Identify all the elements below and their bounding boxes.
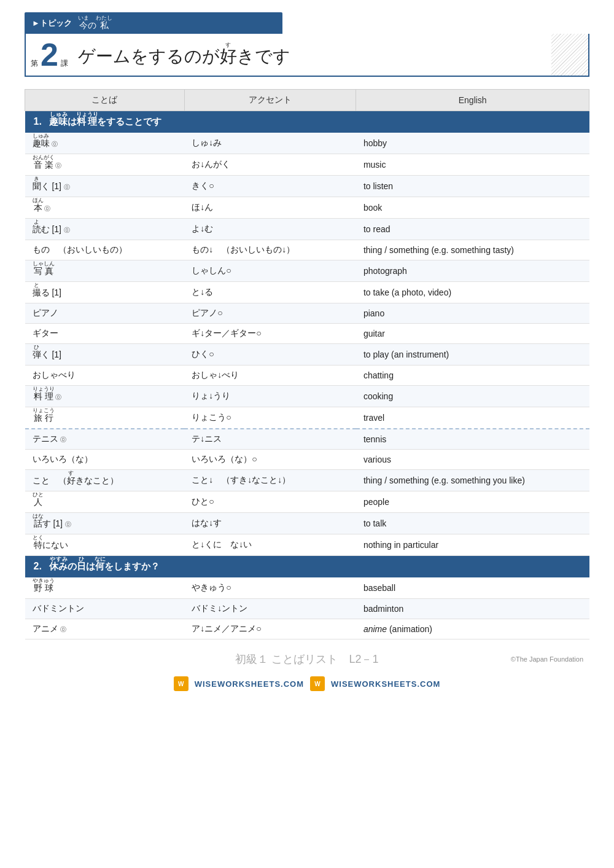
accent-cell: こと↓ （すき↓なこと↓） bbox=[184, 470, 356, 491]
kotoba-cell: こと （好すきなこと） bbox=[25, 470, 185, 491]
yasumi-ruby: 休みやすみ bbox=[49, 561, 68, 571]
kotoba-cell: 撮とる [1] bbox=[25, 282, 185, 303]
english-cell: thing / something (e.g. something you li… bbox=[356, 470, 589, 491]
lesson-number: 2 bbox=[41, 39, 58, 71]
table-row: 弾ひく [1] ひく○ to play (an instrument) bbox=[25, 344, 589, 366]
kotoba-cell: ピアノ bbox=[25, 303, 185, 324]
accent-cell: ピアノ○ bbox=[184, 303, 356, 324]
kotoba-cell: もの （おいしいもの） bbox=[25, 240, 185, 260]
accent-cell: やきゅう○ bbox=[184, 577, 356, 599]
table-row: もの （おいしいもの） もの↓ （おいしいもの↓） thing / someth… bbox=[25, 240, 589, 260]
accent-cell: ひく○ bbox=[184, 344, 356, 366]
table-row: 特とくにない と↓くに な↓い nothing in particular bbox=[25, 534, 589, 556]
section-1-header: 1. 趣味しゅみは料理りょうりをすることです bbox=[25, 111, 589, 133]
footer: 初級１ ことばリスト L2－1 ©The Japan Foundation bbox=[25, 652, 589, 667]
accent-cell: お↓んがく bbox=[184, 154, 356, 176]
english-cell: people bbox=[356, 491, 589, 513]
kotoba-cell: 野球やきゅう bbox=[25, 577, 185, 599]
shumi-ruby: 趣味しゅみ bbox=[49, 116, 68, 127]
accent-cell: ほ↓ん bbox=[184, 197, 356, 219]
english-cell: hobby bbox=[356, 133, 589, 154]
english-cell: photograph bbox=[356, 260, 589, 282]
watermark-bar: W WISEWORKSHEETS.COM W WISEWORKSHEETS.CO… bbox=[25, 676, 589, 691]
table-row: テニス ⓪ テ↓ニス tennis bbox=[25, 429, 589, 450]
kotoba-cell: テニス ⓪ bbox=[25, 429, 185, 450]
lesson-title: ゲームをするのが好すきです bbox=[78, 42, 290, 68]
kotoba-cell: おしゃべり bbox=[25, 366, 185, 386]
table-header-row: ことば アクセント English bbox=[25, 90, 589, 111]
english-cell: badminton bbox=[356, 599, 589, 619]
english-cell: music bbox=[356, 154, 589, 176]
section-1-num: 1. bbox=[34, 116, 42, 127]
diagonal-decoration bbox=[551, 34, 588, 76]
kotoba-cell: 趣味しゅみ ⓪ bbox=[25, 133, 185, 154]
table-row: 料理りょうり ⓪ りょ↓うり cooking bbox=[25, 386, 589, 407]
section-1-title: 1. 趣味しゅみは料理りょうりをすることです bbox=[25, 111, 589, 133]
lesson-number-block: 第 2 課 bbox=[31, 39, 68, 71]
english-cell: to play (an instrument) bbox=[356, 344, 589, 366]
table-row: 読よむ [1] ⓪ よ↓む to read bbox=[25, 219, 589, 240]
english-cell: nothing in particular bbox=[356, 534, 589, 556]
english-cell: various bbox=[356, 450, 589, 470]
table-row: 旅行りょこう りょこう○ travel bbox=[25, 407, 589, 429]
lesson-title-bar: 第 2 課 ゲームをするのが好すきです bbox=[25, 34, 589, 77]
english-cell: piano bbox=[356, 303, 589, 324]
english-cell: cooking bbox=[356, 386, 589, 407]
table-row: 話はなす [1] ⓪ はな↓す to talk bbox=[25, 513, 589, 534]
english-cell: to talk bbox=[356, 513, 589, 534]
english-cell: to listen bbox=[356, 176, 589, 197]
footer-title: 初級１ ことばリスト L2－1 bbox=[215, 652, 399, 667]
kotoba-cell: 話はなす [1] ⓪ bbox=[25, 513, 185, 534]
table-row: 音楽おんがく ⓪ お↓んがく music bbox=[25, 154, 589, 176]
kotoba-cell: 写真しゃしん bbox=[25, 260, 185, 282]
nani-ruby: 何なに bbox=[95, 561, 104, 571]
topic-ruby: 今いま bbox=[78, 20, 88, 30]
table-row: いろいろ（な） いろいろ（な）○ various bbox=[25, 450, 589, 470]
kotoba-cell: 弾ひく [1] bbox=[25, 344, 185, 366]
english-cell: tennis bbox=[356, 429, 589, 450]
col-header-kotoba: ことば bbox=[25, 90, 185, 111]
accent-cell: いろいろ（な）○ bbox=[184, 450, 356, 470]
accent-cell: ギ↓ター／ギター○ bbox=[184, 324, 356, 344]
footer-copyright: ©The Japan Foundation bbox=[399, 655, 583, 663]
section-2-title: 2. 休みやすみの日ひは何なにをしますか？ bbox=[25, 556, 589, 578]
accent-cell: りょ↓うり bbox=[184, 386, 356, 407]
ka-label: 課 bbox=[61, 58, 68, 69]
watermark-logo-2: W bbox=[310, 676, 325, 691]
english-cell: guitar bbox=[356, 324, 589, 344]
ryouri-ruby: 料理りょうり bbox=[77, 116, 97, 127]
watermark-logo-1: W bbox=[174, 676, 188, 691]
kotoba-cell: バドミントン bbox=[25, 599, 185, 619]
vocabulary-table: ことば アクセント English 1. 趣味しゅみは料理りょうりをすることです… bbox=[25, 89, 589, 639]
table-row: 聞きく [1] ⓪ きく○ to listen bbox=[25, 176, 589, 197]
accent-cell: おしゃ↓べり bbox=[184, 366, 356, 386]
accent-cell: きく○ bbox=[184, 176, 356, 197]
topic-ruby2: 私わたし bbox=[99, 20, 113, 30]
kotoba-cell: ギター bbox=[25, 324, 185, 344]
col-header-accent: アクセント bbox=[184, 90, 356, 111]
english-cell: travel bbox=[356, 407, 589, 429]
watermark-text-1: WISEWORKSHEETS.COM bbox=[195, 679, 304, 689]
section-2-num: 2. bbox=[34, 561, 42, 571]
table-row: 撮とる [1] と↓る to take (a photo, video) bbox=[25, 282, 589, 303]
accent-cell: ひと○ bbox=[184, 491, 356, 513]
accent-cell: バドミ↓ントン bbox=[184, 599, 356, 619]
accent-cell: もの↓ （おいしいもの↓） bbox=[184, 240, 356, 260]
accent-cell: ア↓ニメ／アニメ○ bbox=[184, 619, 356, 639]
topic-text: 今いま の 私わたし bbox=[78, 15, 117, 31]
kotoba-cell: アニメ ⓪ bbox=[25, 619, 185, 639]
section-2-header: 2. 休みやすみの日ひは何なにをしますか？ bbox=[25, 556, 589, 578]
english-cell: to read bbox=[356, 219, 589, 240]
kotoba-cell: いろいろ（な） bbox=[25, 450, 185, 470]
accent-cell: と↓る bbox=[184, 282, 356, 303]
table-row: ギター ギ↓ター／ギター○ guitar bbox=[25, 324, 589, 344]
accent-cell: はな↓す bbox=[184, 513, 356, 534]
table-row: おしゃべり おしゃ↓べり chatting bbox=[25, 366, 589, 386]
table-row: 趣味しゅみ ⓪ しゅ↓み hobby bbox=[25, 133, 589, 154]
hi-ruby: 日ひ bbox=[77, 561, 86, 571]
topic-marker-label: ►トピック bbox=[32, 18, 72, 29]
english-cell: anime (animation) bbox=[356, 619, 589, 639]
table-row: 野球やきゅう やきゅう○ baseball bbox=[25, 577, 589, 599]
col-header-english: English bbox=[356, 90, 589, 111]
accent-cell: しゅ↓み bbox=[184, 133, 356, 154]
